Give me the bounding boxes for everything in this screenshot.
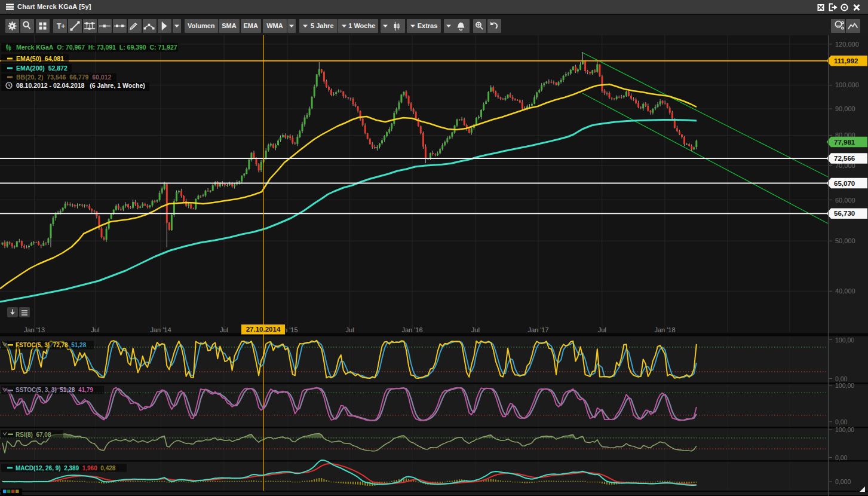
svg-text:100,000: 100,000 [835, 81, 859, 88]
svg-text:Jul: Jul [220, 326, 228, 333]
svg-text:Jul: Jul [598, 326, 606, 333]
svg-text:T+: T+ [57, 22, 65, 30]
svg-text:Jan '18: Jan '18 [654, 326, 675, 333]
svg-text:0,000: 0,000 [835, 478, 851, 485]
svg-text:100,00: 100,00 [835, 426, 854, 433]
svg-text:77,981: 77,981 [834, 139, 855, 146]
svg-text:RSI(8) 67,08: RSI(8) 67,08 [16, 431, 51, 438]
svg-text:FSTOC(5, 3) 72,78 51,28: FSTOC(5, 3) 72,78 51,28 [16, 342, 87, 348]
svg-text:Jul: Jul [471, 326, 480, 333]
svg-text:SSTOC(5, 3, 3) 51,28 41,79: SSTOC(5, 3, 3) 51,28 41,79 [16, 387, 93, 393]
svg-text:72,566: 72,566 [834, 155, 855, 162]
svg-text:0,00: 0,00 [835, 375, 848, 382]
svg-text:MACD(12, 26, 9) 2,389 1,960: MACD(12, 26, 9) 2,389 1,960 0,428 [16, 465, 116, 471]
svg-text:40,000: 40,000 [835, 287, 855, 295]
svg-text:Jan '16: Jan '16 [401, 326, 422, 333]
svg-text:08.10.2012 - 02.04.2018 (6 J: 08.10.2012 - 02.04.2018 (6 Jahre, 1 Woch… [16, 82, 145, 89]
svg-text:50,000: 50,000 [835, 237, 855, 244]
svg-text:Jan '13: Jan '13 [24, 326, 45, 333]
svg-text:65,070: 65,070 [834, 180, 855, 187]
svg-text:Merck KGaA O: 70,967 H: 73,0: Merck KGaA O: 70,967 H: 73,091 L: 69,390… [16, 44, 177, 51]
svg-text:100,00: 100,00 [835, 336, 854, 344]
svg-text:120,000: 120,000 [835, 41, 859, 48]
svg-text:56,730: 56,730 [834, 210, 855, 217]
svg-text:Jul: Jul [91, 326, 99, 333]
svg-text:27.10.2014: 27.10.2014 [246, 326, 281, 333]
svg-text:100,00: 100,00 [835, 382, 854, 389]
svg-text:Jul: Jul [346, 326, 354, 333]
svg-text:EMA(200) 52,872: EMA(200) 52,872 [16, 65, 68, 72]
svg-text:111,992: 111,992 [834, 57, 858, 65]
svg-text:Jan '17: Jan '17 [527, 326, 548, 333]
svg-text:Jan '14: Jan '14 [150, 326, 171, 333]
svg-text:60,000: 60,000 [835, 197, 855, 204]
svg-text:EMA(50) 64,081: EMA(50) 64,081 [16, 55, 64, 62]
svg-text:0,00: 0,00 [835, 418, 848, 425]
svg-text:0,00: 0,00 [835, 454, 848, 461]
svg-text:BB(20, 2) 73,546 66,779 60,: BB(20, 2) 73,546 66,779 60,012 [16, 74, 112, 81]
svg-text:90,000: 90,000 [835, 105, 855, 112]
